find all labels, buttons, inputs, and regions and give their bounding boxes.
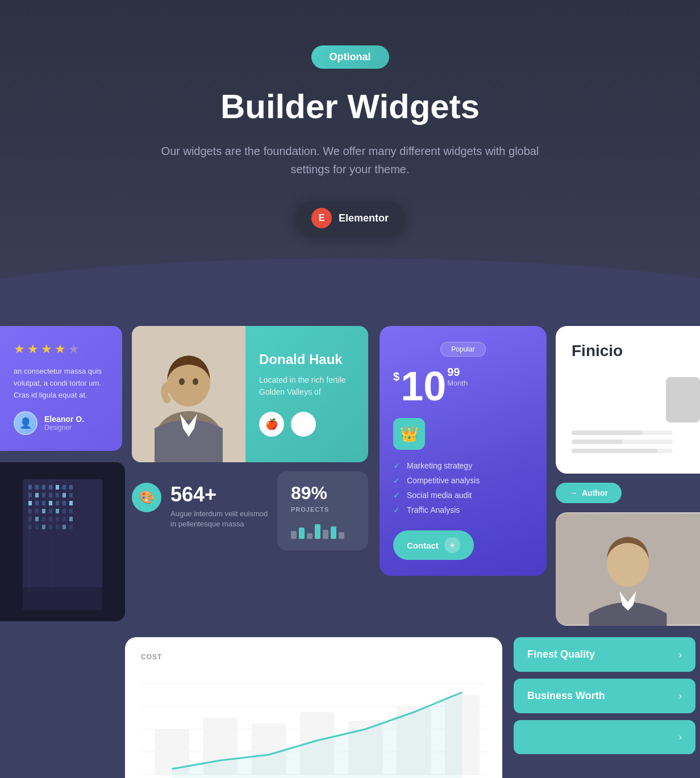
bottom-row: COST xyxy=(0,637,700,778)
accordion-item-business-worth[interactable]: Business Worth › xyxy=(514,679,695,713)
testimonial-author: 👤 Eleanor O. Designer xyxy=(14,411,109,435)
feature-3: ✓ Social media audit xyxy=(393,491,533,500)
contact-icon: + xyxy=(444,537,460,553)
svg-rect-3 xyxy=(35,485,39,490)
svg-rect-46 xyxy=(51,479,52,593)
chart-card: COST xyxy=(125,637,502,778)
author-label: Author xyxy=(582,488,608,497)
finicio-bar-3 xyxy=(572,449,673,453)
pricing-card: Popular $ 10 99 Month 👑 ✓ Marketin xyxy=(380,326,547,576)
projects-card: 89% PROJECTS xyxy=(277,471,368,550)
feature-text-2: Competitive analysis xyxy=(407,476,480,485)
col1: ★ ★ ★ ★ ★ an consectetur massa quis volu… xyxy=(0,326,125,621)
stars-container: ★ ★ ★ ★ ★ xyxy=(14,342,109,357)
feature-4: ✓ Traffic Analysis xyxy=(393,505,533,515)
svg-rect-10 xyxy=(35,493,39,497)
chevron-right-icon-2: › xyxy=(679,691,682,701)
svg-rect-36 xyxy=(69,517,73,521)
profile-btn-play[interactable]: ▶ xyxy=(291,412,316,437)
testimonial-text: an consectetur massa quis volutpat, a co… xyxy=(14,366,109,401)
svg-rect-29 xyxy=(69,509,73,513)
author-avatar: 👤 xyxy=(14,411,38,435)
svg-rect-31 xyxy=(35,517,39,521)
author-info: Eleanor O. Designer xyxy=(44,415,84,432)
bar-7 xyxy=(339,532,344,539)
check-icon-4: ✓ xyxy=(393,505,400,515)
accordion-label-2: Business Worth xyxy=(527,690,605,702)
feature-text-1: Marketing strategy xyxy=(407,461,472,470)
profile-btn-music[interactable]: 🍎 xyxy=(259,412,284,437)
finicio-card: Finicio xyxy=(556,326,700,474)
svg-rect-35 xyxy=(63,517,66,521)
profile-buttons: 🍎 ▶ xyxy=(259,412,355,437)
feature-text-4: Traffic Analysis xyxy=(407,505,460,515)
popular-badge: Popular xyxy=(440,342,485,357)
finicio-title: Finicio xyxy=(572,342,623,360)
bar-4 xyxy=(315,524,320,539)
main-content: ★ ★ ★ ★ ★ an consectetur massa quis volu… xyxy=(0,303,700,778)
elementor-icon: E xyxy=(311,208,332,228)
gray-block xyxy=(666,377,700,423)
bar-chart xyxy=(291,521,355,539)
svg-rect-43 xyxy=(69,525,73,529)
optional-badge: Optional xyxy=(311,45,389,69)
svg-rect-14 xyxy=(63,493,66,497)
contact-button[interactable]: Contact + xyxy=(393,530,474,560)
svg-rect-15 xyxy=(69,493,73,497)
projects-label: PROJECTS xyxy=(291,506,355,513)
profile-name: Donald Hauk xyxy=(259,352,355,367)
svg-point-50 xyxy=(179,378,185,385)
profile-desc: Located in the rich fertile Golden Valle… xyxy=(259,374,355,398)
svg-rect-4 xyxy=(42,485,45,490)
stats-row: 🎨 564+ Augue interdum velit euismod in p… xyxy=(132,471,368,550)
profile-card: Donald Hauk Located in the rich fertile … xyxy=(132,326,368,462)
person2-card xyxy=(556,512,700,626)
accordion-label-1: Finest Quality xyxy=(527,649,595,660)
building-image xyxy=(0,462,125,621)
author-name: Eleanor O. xyxy=(44,415,84,424)
svg-rect-41 xyxy=(56,525,59,529)
price-cents: 99 xyxy=(447,366,468,379)
svg-rect-38 xyxy=(35,525,39,529)
profile-info: Donald Hauk Located in the rich fertile … xyxy=(245,326,368,462)
star-5: ★ xyxy=(68,342,80,357)
chevron-right-icon-1: › xyxy=(679,650,682,660)
accordion-column: Finest Quality › Business Worth › › xyxy=(514,637,695,778)
hero-section: Optional Builder Widgets Our widgets are… xyxy=(0,0,700,303)
svg-rect-32 xyxy=(42,517,45,521)
col4: Finicio → Author xyxy=(551,326,700,626)
feature-text-3: Social media audit xyxy=(407,491,472,500)
svg-rect-25 xyxy=(42,509,45,513)
crown-icon: 👑 xyxy=(400,425,418,443)
svg-rect-39 xyxy=(42,525,45,529)
accordion-item-finest-quality[interactable]: Finest Quality › xyxy=(514,637,695,672)
elementor-button[interactable]: E Elementor xyxy=(295,201,405,235)
stat-card-main: 🎨 564+ Augue interdum velit euismod in p… xyxy=(132,471,268,550)
star-2: ★ xyxy=(27,342,39,357)
hero-description: Our widgets are the foundation. We offer… xyxy=(157,142,543,178)
chart-area xyxy=(141,672,486,778)
col2: Donald Hauk Located in the rich fertile … xyxy=(125,326,375,550)
svg-rect-11 xyxy=(42,493,45,497)
author-role: Designer xyxy=(44,424,84,432)
hero-title: Builder Widgets xyxy=(11,87,689,126)
author-button[interactable]: → Author xyxy=(556,483,622,503)
svg-rect-13 xyxy=(56,493,59,497)
svg-rect-17 xyxy=(35,501,39,505)
feature-2: ✓ Competitive analysis xyxy=(393,476,533,485)
svg-rect-42 xyxy=(63,525,66,529)
star-4: ★ xyxy=(55,342,66,357)
testimonial-card: ★ ★ ★ ★ ★ an consectetur massa quis volu… xyxy=(0,326,122,451)
pricing-features: ✓ Marketing strategy ✓ Competitive analy… xyxy=(393,461,533,515)
star-3: ★ xyxy=(41,342,52,357)
check-icon-2: ✓ xyxy=(393,476,400,485)
price-main: 10 xyxy=(401,366,446,407)
svg-point-51 xyxy=(193,378,198,385)
bar-6 xyxy=(331,526,336,539)
accordion-item-third[interactable]: › xyxy=(514,720,695,754)
col3-pricing: Popular $ 10 99 Month 👑 ✓ Marketin xyxy=(375,326,551,576)
finicio-bar-2 xyxy=(572,440,673,444)
projects-percentage: 89% xyxy=(291,483,355,504)
contact-label: Contact xyxy=(407,541,439,550)
check-icon-3: ✓ xyxy=(393,491,400,500)
